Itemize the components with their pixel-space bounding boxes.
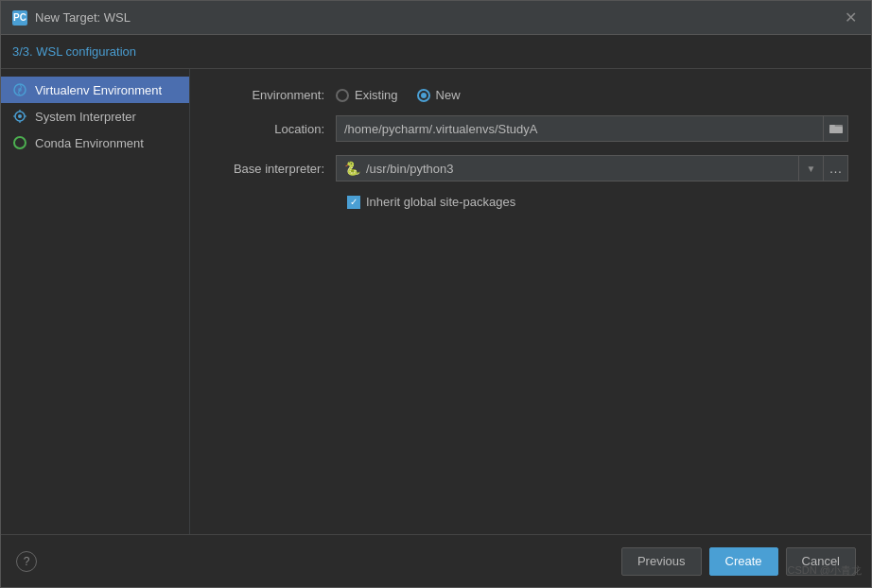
svg-point-3 [18, 114, 22, 118]
interpreter-dropdown-arrow[interactable]: ▼ [799, 155, 824, 182]
title-bar-left: PC New Target: WSL [12, 10, 131, 26]
new-radio[interactable] [417, 89, 430, 102]
sidebar-item-system[interactable]: System Interpreter [1, 103, 189, 130]
existing-label: Existing [355, 88, 398, 102]
interpreter-ellipsis-button[interactable]: … [824, 155, 848, 182]
sidebar-item-system-label: System Interpreter [35, 110, 136, 124]
watermark: CSDN @小青龙 [788, 563, 862, 578]
location-browse-button[interactable] [824, 115, 848, 142]
app-icon: PC [12, 10, 27, 26]
previous-button[interactable]: Previous [621, 547, 702, 576]
existing-radio[interactable] [336, 89, 349, 102]
location-row: Location: [213, 115, 848, 142]
sidebar: Virtualenv Environment System Interprete… [1, 69, 190, 534]
existing-option[interactable]: Existing [336, 88, 398, 102]
interpreter-dropdown-wrapper: 🐍 /usr/bin/python3 ▼ … [336, 155, 848, 182]
base-interpreter-label: Base interpreter: [213, 162, 336, 176]
inherit-checkbox-label: Inherit global site-packages [366, 195, 515, 209]
base-interpreter-row: Base interpreter: 🐍 /usr/bin/python3 ▼ … [213, 155, 848, 182]
folder-icon [829, 122, 843, 135]
inherit-checkbox[interactable] [347, 196, 360, 209]
content-area: Environment: Existing New Location: [190, 69, 871, 534]
new-label: New [436, 88, 461, 102]
sidebar-item-conda[interactable]: Conda Environment [1, 130, 189, 156]
close-button[interactable]: ✕ [841, 9, 860, 27]
location-label: Location: [213, 122, 336, 136]
footer-left: ? [16, 551, 37, 572]
location-input-wrapper [336, 115, 848, 142]
inherit-checkbox-wrapper[interactable]: Inherit global site-packages [347, 195, 515, 209]
help-button[interactable]: ? [16, 551, 37, 572]
virtualenv-icon [12, 82, 27, 97]
sidebar-item-virtualenv[interactable]: Virtualenv Environment [1, 77, 189, 103]
svg-point-1 [18, 88, 22, 92]
location-input[interactable] [336, 115, 824, 142]
new-option[interactable]: New [417, 88, 461, 102]
conda-icon [12, 135, 27, 150]
title-bar: PC New Target: WSL ✕ [1, 1, 871, 35]
sidebar-item-virtualenv-label: Virtualenv Environment [35, 83, 162, 97]
interpreter-value: /usr/bin/python3 [366, 162, 454, 176]
svg-rect-5 [829, 125, 835, 127]
python-icon: 🐍 [344, 161, 360, 176]
sidebar-item-conda-label: Conda Environment [35, 136, 144, 150]
system-interpreter-icon [12, 109, 27, 124]
footer: ? Previous Create Cancel [1, 534, 871, 587]
breadcrumb: 3/3. WSL configuration [1, 35, 871, 69]
environment-row: Environment: Existing New [213, 88, 848, 102]
inherit-checkbox-row: Inherit global site-packages [347, 195, 848, 209]
main-content: Virtualenv Environment System Interprete… [1, 69, 871, 534]
interpreter-display[interactable]: 🐍 /usr/bin/python3 [336, 155, 799, 182]
environment-radio-group: Existing New [336, 88, 461, 102]
svg-rect-6 [829, 127, 843, 133]
dialog-title: New Target: WSL [35, 10, 131, 25]
environment-label: Environment: [213, 88, 336, 102]
main-dialog: PC New Target: WSL ✕ 3/3. WSL configurat… [0, 0, 872, 588]
create-button[interactable]: Create [709, 547, 778, 576]
